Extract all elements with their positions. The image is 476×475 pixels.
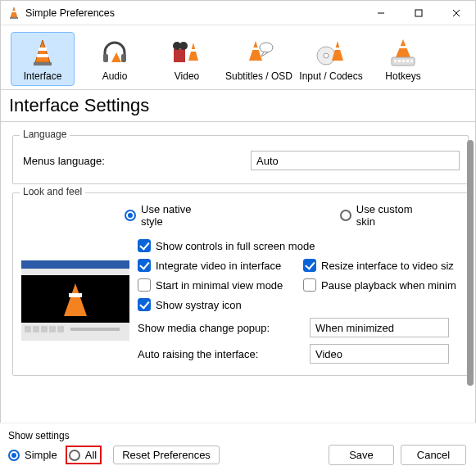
svg-rect-33 — [410, 60, 413, 62]
svg-rect-11 — [103, 54, 108, 62]
group-language: Language Menus language: — [12, 135, 469, 184]
svg-rect-9 — [37, 54, 48, 57]
cancel-button[interactable]: Cancel — [401, 445, 466, 465]
keyboard-cone-icon — [388, 38, 418, 67]
svg-rect-29 — [394, 60, 397, 62]
svg-marker-13 — [111, 52, 121, 62]
tab-input-codecs[interactable]: Input / Codecs — [299, 32, 363, 86]
skin-preview-image — [21, 260, 129, 341]
app-icon — [7, 7, 20, 20]
bottom-bar: Show settings Simple All Reset Preferenc… — [0, 423, 476, 475]
disc-cone-icon — [316, 38, 346, 67]
checkbox-icon — [138, 278, 151, 292]
auto-raising-select[interactable] — [310, 344, 449, 364]
tab-label: Input / Codecs — [299, 70, 362, 82]
checkbox-label: Show controls in full screen mode — [156, 240, 315, 252]
checkbox-label: Pause playback when minim — [321, 279, 456, 292]
close-button[interactable] — [437, 1, 475, 25]
svg-rect-1 — [12, 11, 16, 12]
checkbox-icon — [138, 298, 151, 311]
show-settings-label: Show settings — [8, 430, 466, 441]
window-titlebar: Simple Preferences — [1, 1, 475, 25]
radio-show-simple[interactable]: Simple — [8, 449, 57, 461]
checkbox-icon — [303, 278, 316, 292]
checkbox-label: Show systray icon — [156, 299, 242, 311]
svg-point-23 — [324, 53, 329, 58]
page-title: Interface Settings — [1, 90, 475, 122]
tab-video[interactable]: Video — [155, 32, 219, 86]
svg-rect-10 — [34, 62, 52, 66]
checkbox-show-controls[interactable]: Show controls in full screen mode — [138, 239, 460, 252]
svg-rect-20 — [252, 48, 260, 50]
group-title-language: Language — [20, 129, 70, 140]
radio-label: All — [85, 449, 97, 461]
media-change-popup-label: Show media change popup: — [138, 322, 310, 334]
tab-audio[interactable]: Audio — [83, 32, 147, 86]
svg-rect-40 — [25, 326, 31, 332]
highlight-all-radio: All — [66, 446, 102, 464]
radio-show-all[interactable]: All — [69, 449, 97, 461]
headphones-icon — [100, 38, 129, 67]
svg-rect-32 — [406, 60, 409, 62]
tab-hotkeys[interactable]: Hotkeys — [371, 32, 435, 86]
svg-marker-7 — [35, 40, 50, 62]
minimize-button[interactable] — [362, 1, 400, 25]
svg-rect-44 — [57, 326, 64, 332]
svg-rect-2 — [10, 17, 18, 19]
checkbox-integrate-video[interactable]: Integrate video in interface — [138, 259, 293, 272]
speech-cone-icon — [244, 38, 274, 67]
checkbox-icon — [303, 259, 316, 272]
svg-rect-8 — [39, 48, 47, 51]
svg-rect-42 — [41, 326, 48, 332]
svg-rect-41 — [33, 326, 39, 332]
radio-icon — [8, 450, 20, 461]
interface-cone-icon — [28, 38, 57, 67]
checkbox-label: Integrate video in interface — [156, 260, 281, 272]
svg-rect-35 — [21, 269, 129, 275]
tab-label: Subtitles / OSD — [225, 70, 292, 82]
svg-rect-4 — [415, 10, 422, 16]
svg-rect-38 — [69, 293, 82, 297]
checkbox-pause-minimized[interactable]: Pause playback when minim — [303, 278, 459, 292]
film-cone-icon — [172, 38, 202, 67]
svg-rect-14 — [174, 49, 185, 62]
svg-rect-43 — [49, 326, 56, 332]
vertical-scrollbar[interactable] — [467, 140, 474, 386]
preference-tabs: Interface Audio Video Subtitles / OSD In… — [1, 25, 475, 90]
svg-rect-25 — [334, 48, 342, 50]
reset-preferences-button[interactable]: Reset Preferences — [113, 446, 220, 464]
svg-rect-45 — [70, 328, 120, 331]
maximize-button[interactable] — [400, 1, 437, 25]
tab-label: Interface — [24, 70, 62, 82]
auto-raising-label: Auto raising the interface: — [138, 348, 310, 360]
svg-marker-19 — [249, 41, 262, 61]
checkbox-label: Start in minimal view mode — [156, 279, 283, 292]
group-look-and-feel: Look and feel Use native style Use custo… — [12, 192, 469, 376]
tab-subtitles[interactable]: Subtitles / OSD — [227, 32, 291, 86]
checkbox-resize-interface[interactable]: Resize interface to video siz — [303, 259, 459, 272]
checkbox-systray-icon[interactable]: Show systray icon — [138, 298, 460, 311]
svg-rect-34 — [21, 260, 129, 269]
media-change-popup-select[interactable] — [310, 318, 449, 337]
checkbox-start-minimal[interactable]: Start in minimal view mode — [138, 278, 293, 292]
svg-point-21 — [260, 43, 273, 52]
save-button[interactable]: Save — [329, 445, 394, 465]
radio-icon — [340, 210, 351, 221]
radio-label: Simple — [25, 449, 57, 461]
svg-rect-31 — [402, 60, 405, 62]
tab-interface[interactable]: Interface — [11, 32, 75, 86]
tab-label: Video — [175, 70, 199, 82]
radio-icon — [69, 450, 80, 461]
group-title-lookfeel: Look and feel — [20, 186, 85, 197]
window-title: Simple Preferences — [25, 7, 362, 19]
radio-native-style[interactable]: Use native style — [125, 203, 209, 228]
settings-scroll-area: Language Menus language: Look and feel U… — [1, 122, 475, 394]
menus-language-select[interactable] — [251, 151, 460, 170]
radio-custom-skin[interactable]: Use custom skin — [340, 203, 427, 228]
tab-label: Hotkeys — [385, 70, 420, 82]
svg-rect-30 — [398, 60, 401, 62]
menus-language-label: Menus language: — [21, 155, 251, 167]
radio-icon — [125, 210, 136, 221]
checkbox-label: Resize interface to video siz — [321, 260, 454, 272]
radio-label: Use custom skin — [356, 203, 427, 228]
